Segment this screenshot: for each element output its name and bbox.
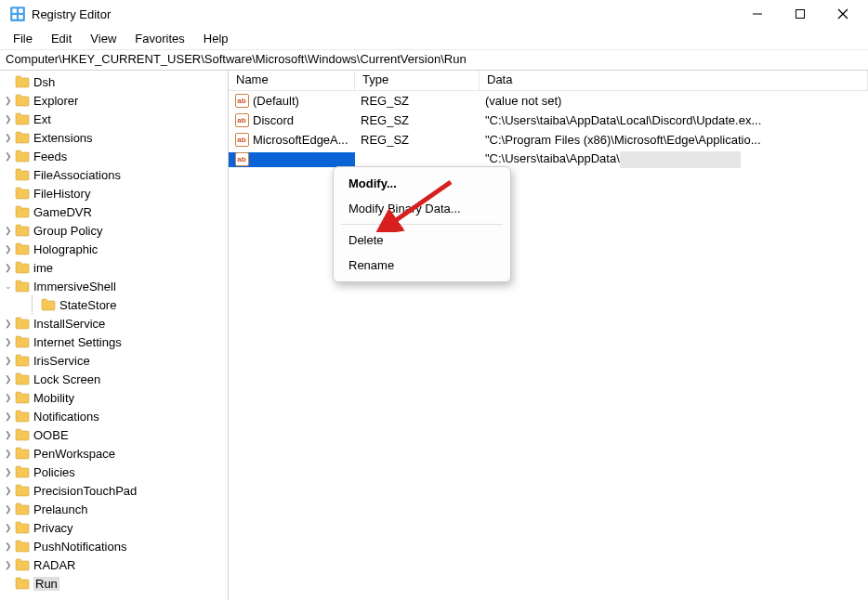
menu-help[interactable]: Help [194, 29, 238, 48]
tree-item[interactable]: ❯PushNotifications [0, 537, 228, 555]
title-bar: Registry Editor [0, 0, 868, 28]
row-type: REG_SZ [355, 113, 480, 127]
folder-icon [15, 354, 30, 367]
tree-item[interactable]: ❯Holographic [0, 240, 228, 258]
folder-icon [15, 521, 30, 534]
expander-icon[interactable]: ❯ [2, 504, 15, 514]
expander-icon[interactable]: ❯ [2, 319, 15, 328]
col-data[interactable]: Data [480, 71, 868, 90]
reg-string-icon: ab [234, 133, 249, 148]
tree-item[interactable]: ❯IrisService [0, 351, 228, 370]
folder-icon [15, 168, 30, 181]
expander-icon[interactable]: ❯ [2, 523, 15, 532]
ctx-rename[interactable]: Rename [334, 253, 510, 278]
tree-item[interactable]: ❯Group Policy [0, 221, 228, 240]
tree-item[interactable]: ❯OOBE [0, 425, 228, 444]
maximize-button[interactable] [779, 0, 822, 28]
tree-item-label: ImmersiveShell [33, 280, 116, 293]
tree-item-label: InstallService [33, 317, 105, 331]
tree-item[interactable]: ❯InstallService [0, 314, 228, 333]
row-name: (Default) [253, 94, 299, 108]
expander-icon[interactable]: ❯ [2, 263, 15, 272]
tree-item-label: PrecisionTouchPad [33, 484, 137, 498]
close-button[interactable] [822, 0, 864, 28]
expander-icon[interactable]: ❯ [2, 226, 15, 235]
expander-icon[interactable]: ❯ [2, 449, 15, 458]
tree-item[interactable]: Run [0, 574, 228, 593]
list-row[interactable]: ab"C:\Users\taiba\AppData\ [229, 150, 868, 169]
expander-icon[interactable]: ❯ [2, 560, 15, 569]
folder-icon [15, 410, 30, 423]
menu-view[interactable]: View [81, 29, 125, 48]
tree-item[interactable]: ❯Mobility [0, 388, 228, 407]
tree-item-label: Group Policy [33, 224, 102, 238]
folder-icon [15, 447, 30, 460]
tree-item[interactable]: GameDVR [0, 202, 228, 221]
expander-icon[interactable]: ❯ [2, 114, 15, 124]
tree-item[interactable]: ❯RADAR [0, 555, 228, 574]
tree-item[interactable]: ❯Internet Settings [0, 333, 228, 351]
tree-item[interactable]: ❯Prelaunch [0, 500, 228, 518]
expander-icon[interactable]: ❯ [2, 374, 15, 384]
expander-icon[interactable]: ⌄ [2, 281, 15, 291]
row-data: (value not set) [480, 94, 868, 108]
folder-icon [15, 75, 30, 88]
expander-icon[interactable]: ❯ [2, 151, 15, 161]
menu-file[interactable]: File [4, 29, 42, 48]
col-type[interactable]: Type [355, 71, 480, 90]
tree-item-label: Run [33, 577, 59, 591]
tree-item[interactable]: StateStore [0, 295, 228, 314]
tree-item-label: Dsh [33, 75, 55, 89]
expander-icon[interactable]: ❯ [2, 411, 15, 421]
tree-item[interactable]: ❯Explorer [0, 91, 228, 110]
tree-item[interactable]: ❯PenWorkspace [0, 444, 228, 463]
menu-favorites[interactable]: Favorites [125, 29, 193, 48]
row-name: Discord [253, 113, 294, 127]
menu-edit[interactable]: Edit [42, 29, 81, 48]
tree-item[interactable]: ❯Notifications [0, 407, 228, 425]
tree-item[interactable]: ❯Ext [0, 110, 228, 128]
tree-item[interactable]: ❯ime [0, 258, 228, 277]
expander-icon[interactable]: ❯ [2, 467, 15, 476]
minimize-button[interactable] [736, 0, 779, 28]
ctx-modify-binary[interactable]: Modify Binary Data... [334, 196, 510, 221]
tree-item[interactable]: ❯Feeds [0, 147, 228, 165]
expander-icon[interactable]: ❯ [2, 337, 15, 346]
folder-icon [15, 465, 30, 478]
tree-item[interactable]: Dsh [0, 72, 228, 91]
reg-string-icon: ab [234, 94, 249, 109]
list-row[interactable]: abDiscordREG_SZ"C:\Users\taiba\AppData\L… [229, 111, 868, 130]
list-row[interactable]: abMicrosoftEdgeA...REG_SZ"C:\Program Fil… [229, 130, 868, 150]
list-row[interactable]: ab(Default)REG_SZ(value not set) [229, 91, 868, 111]
tree-item-label: Explorer [33, 94, 78, 108]
row-data: "C:\Program Files (x86)\Microsoft\Edge\A… [480, 133, 868, 147]
app-icon [9, 6, 26, 22]
tree-item[interactable]: ❯PrecisionTouchPad [0, 481, 228, 500]
tree-item-label: GameDVR [33, 205, 92, 219]
svg-rect-2 [19, 8, 23, 13]
ctx-delete[interactable]: Delete [334, 228, 510, 253]
expander-icon[interactable]: ❯ [2, 393, 15, 402]
tree-item[interactable]: ❯Privacy [0, 518, 228, 537]
col-name[interactable]: Name [229, 71, 355, 90]
context-menu: Modify... Modify Binary Data... Delete R… [333, 166, 511, 282]
tree-item[interactable]: FileAssociations [0, 165, 228, 184]
tree-item[interactable]: ❯Lock Screen [0, 370, 228, 388]
expander-icon[interactable]: ❯ [2, 541, 15, 551]
ctx-modify[interactable]: Modify... [334, 171, 510, 196]
expander-icon[interactable]: ❯ [2, 96, 15, 105]
ctx-separator [341, 224, 503, 225]
tree-item[interactable]: FileHistory [0, 184, 228, 202]
tree-item-label: Privacy [33, 521, 73, 535]
expander-icon[interactable]: ❯ [2, 430, 15, 439]
address-bar[interactable]: Computer\HKEY_CURRENT_USER\Software\Micr… [0, 50, 868, 71]
expander-icon[interactable]: ❯ [2, 356, 15, 365]
expander-icon[interactable]: ❯ [2, 486, 15, 495]
folder-icon [41, 298, 56, 311]
tree-item[interactable]: ❯Extensions [0, 128, 228, 147]
tree-item[interactable]: ⌄ImmersiveShell [0, 277, 228, 295]
tree-item[interactable]: ❯Policies [0, 463, 228, 481]
tree-pane[interactable]: Dsh❯Explorer❯Ext❯Extensions❯FeedsFileAss… [0, 71, 229, 600]
expander-icon[interactable]: ❯ [2, 133, 15, 142]
expander-icon[interactable]: ❯ [2, 244, 15, 254]
